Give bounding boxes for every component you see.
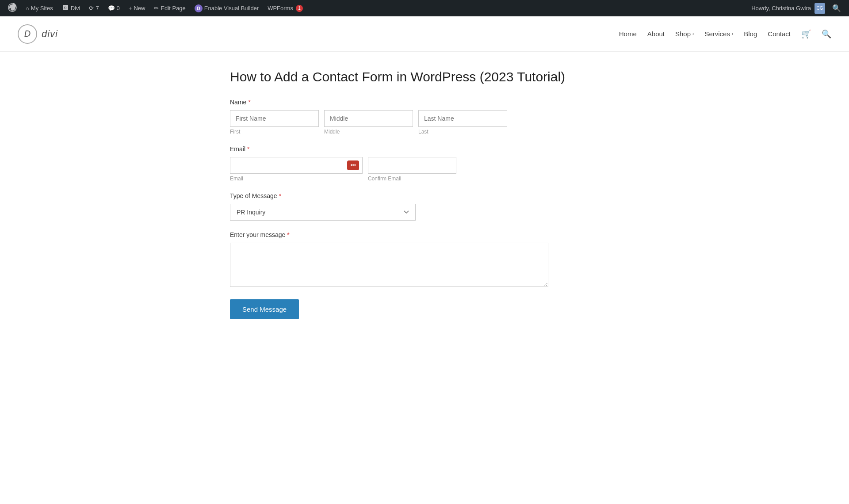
nav-blog-label: Blog — [744, 30, 757, 38]
divi-site-icon: D — [62, 4, 69, 12]
nav-services[interactable]: Services › — [704, 30, 733, 38]
admin-bar-divi[interactable]: D Divi — [58, 0, 84, 16]
logo-text: divi — [42, 28, 58, 40]
nav-shop-label: Shop — [675, 30, 691, 38]
comments-count: 0 — [117, 5, 120, 11]
nav-about-label: About — [647, 30, 665, 38]
message-required-star: * — [287, 231, 289, 238]
admin-bar-wpforms[interactable]: WPForms 1 — [264, 0, 306, 16]
email-sublabel: Email — [230, 176, 363, 182]
first-name-input[interactable] — [230, 110, 319, 127]
email-label: Email * — [230, 145, 619, 153]
admin-bar-right: Howdy, Christina Gwira CG 🔍 — [751, 3, 845, 14]
admin-bar-my-sites[interactable]: ⌂ My Sites — [22, 0, 57, 16]
divi-label: Divi — [71, 5, 80, 11]
contact-form: Name * First Middle Last — [230, 99, 619, 319]
last-name-input[interactable] — [418, 110, 507, 127]
site-logo[interactable]: D divi — [18, 24, 58, 44]
logo-letter: D — [24, 29, 31, 39]
site-nav: Home About Shop › Services › Blog Contac… — [619, 29, 831, 39]
my-sites-label: My Sites — [31, 5, 53, 11]
admin-bar-enable-visual-builder[interactable]: D Enable Visual Builder — [191, 0, 262, 16]
enable-visual-builder-label: Enable Visual Builder — [204, 5, 259, 11]
type-of-message-field: Type of Message * PR Inquiry General Inq… — [230, 192, 619, 221]
nav-home-label: Home — [619, 30, 637, 38]
admin-bar-new[interactable]: + New — [125, 0, 149, 16]
first-name-sublabel: First — [230, 129, 319, 135]
type-required-star: * — [279, 192, 281, 199]
admin-bar-comments[interactable]: 💬 0 — [104, 0, 123, 16]
admin-bar: ⌂ My Sites D Divi ⟳ 7 💬 0 + New ✏ Edit P… — [0, 0, 849, 16]
message-textarea[interactable] — [230, 243, 548, 287]
last-name-group: Last — [418, 110, 507, 135]
confirm-email-sublabel: Confirm Email — [368, 176, 456, 182]
confirm-email-input[interactable] — [368, 157, 456, 174]
updates-icon: ⟳ — [89, 5, 94, 11]
name-label: Name * — [230, 99, 619, 106]
svg-text:D: D — [64, 6, 67, 10]
nav-blog[interactable]: Blog — [744, 30, 757, 38]
nav-home[interactable]: Home — [619, 30, 637, 38]
new-label: New — [134, 5, 145, 11]
name-field: Name * First Middle Last — [230, 99, 619, 135]
email-input[interactable] — [230, 157, 363, 174]
updates-count: 7 — [96, 5, 99, 11]
chevron-down-icon-services: › — [732, 31, 733, 36]
main-content: How to Add a Contact Form in WordPress (… — [212, 69, 637, 346]
last-name-sublabel: Last — [418, 129, 507, 135]
page-title: How to Add a Contact Form in WordPress (… — [230, 69, 619, 84]
message-field: Enter your message * — [230, 231, 619, 289]
email-inputs: ••• Email Confirm Email — [230, 157, 619, 182]
message-label: Enter your message * — [230, 231, 619, 238]
wpforms-badge: 1 — [296, 5, 303, 12]
send-message-button[interactable]: Send Message — [230, 299, 299, 319]
admin-search-icon[interactable]: 🔍 — [829, 4, 845, 12]
name-required-star: * — [248, 99, 250, 106]
logo-circle: D — [18, 24, 37, 44]
wordpress-icon — [8, 3, 17, 13]
middle-name-sublabel: Middle — [324, 129, 413, 135]
howdy-text: Howdy, Christina Gwira — [751, 5, 811, 11]
nav-contact[interactable]: Contact — [768, 30, 791, 38]
nav-services-label: Services — [704, 30, 730, 38]
pencil-icon: ✏ — [154, 5, 159, 11]
nav-about[interactable]: About — [647, 30, 665, 38]
search-icon[interactable]: 🔍 — [822, 29, 831, 39]
email-field: Email * ••• Email Confirm Email — [230, 145, 619, 182]
confirm-email-group: Confirm Email — [368, 157, 456, 182]
divi-bubble-icon: D — [195, 4, 203, 12]
chevron-down-icon: › — [692, 31, 694, 36]
middle-name-input[interactable] — [324, 110, 413, 127]
middle-name-group: Middle — [324, 110, 413, 135]
admin-bar-edit-page[interactable]: ✏ Edit Page — [150, 0, 189, 16]
confirm-email-wrapper — [368, 157, 456, 174]
edit-page-label: Edit Page — [161, 5, 185, 11]
admin-bar-updates[interactable]: ⟳ 7 — [85, 0, 102, 16]
site-header: D divi Home About Shop › Services › Blog… — [0, 16, 849, 52]
name-inputs: First Middle Last — [230, 110, 619, 135]
plus-icon: + — [129, 5, 132, 11]
email-required-star: * — [247, 145, 249, 153]
comments-icon: 💬 — [108, 5, 115, 11]
type-of-message-label: Type of Message * — [230, 192, 619, 199]
email-input-wrapper: ••• — [230, 157, 363, 174]
nav-shop[interactable]: Shop › — [675, 30, 694, 38]
wpforms-label: WPForms — [268, 5, 293, 11]
type-of-message-select[interactable]: PR Inquiry General Inquiry Support Other — [230, 204, 416, 221]
avatar: CG — [815, 3, 825, 14]
admin-bar-wp-icon[interactable] — [4, 0, 20, 16]
cart-icon[interactable]: 🛒 — [801, 29, 811, 39]
first-name-group: First — [230, 110, 319, 135]
email-dots-button[interactable]: ••• — [347, 160, 359, 170]
email-input-group: ••• Email — [230, 157, 363, 182]
home-icon: ⌂ — [26, 5, 29, 11]
nav-contact-label: Contact — [768, 30, 791, 38]
